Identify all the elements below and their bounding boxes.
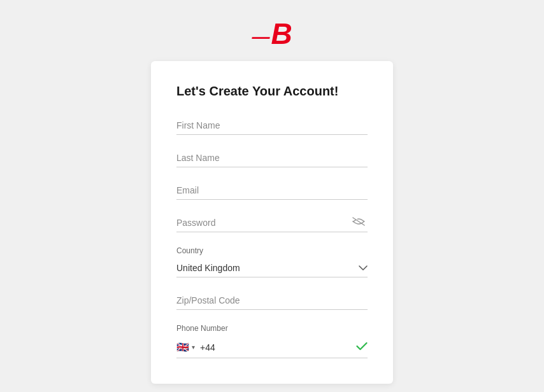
zip-input[interactable] (176, 291, 368, 310)
eye-slash-icon[interactable] (350, 214, 368, 231)
password-wrapper (176, 214, 368, 232)
country-group: Country United Kingdom (176, 246, 368, 277)
phone-country-selector[interactable]: 🇬🇧 ▾ (176, 341, 195, 353)
phone-input-wrapper: 🇬🇧 ▾ (176, 337, 368, 358)
password-group (176, 214, 368, 232)
email-input[interactable] (176, 181, 368, 200)
first-name-group (176, 116, 368, 135)
first-name-input[interactable] (176, 116, 368, 135)
chevron-down-icon (359, 263, 368, 272)
logo-area: —B (252, 19, 292, 48)
phone-group: Phone Number 🇬🇧 ▾ (176, 324, 368, 358)
brand-logo: —B (252, 19, 292, 48)
uk-flag-icon: 🇬🇧 (176, 341, 189, 353)
zip-group (176, 291, 368, 310)
check-icon (356, 340, 368, 354)
signup-card: Let's Create Your Account! Country Unite… (151, 61, 393, 384)
country-value: United Kingdom (176, 263, 359, 273)
country-label: Country (176, 246, 368, 255)
phone-number-input[interactable] (200, 342, 356, 353)
last-name-input[interactable] (176, 149, 368, 167)
email-group (176, 181, 368, 200)
password-input[interactable] (176, 214, 350, 232)
phone-dropdown-arrow-icon: ▾ (192, 344, 195, 351)
last-name-group (176, 149, 368, 167)
card-title: Let's Create Your Account! (176, 84, 368, 99)
phone-label: Phone Number (176, 324, 368, 333)
country-select[interactable]: United Kingdom (176, 259, 368, 277)
